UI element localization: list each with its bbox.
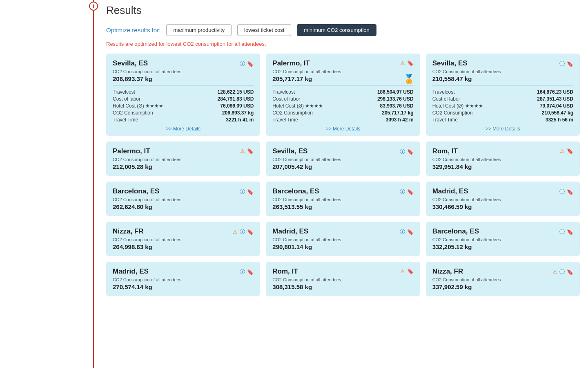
card-value: 332,205.12 kg — [432, 243, 573, 250]
info-icon[interactable]: ⓘ — [559, 60, 565, 67]
card-title: Sevilla, ES — [113, 59, 148, 67]
btn-min-co2[interactable]: minimum CO2 consumption — [297, 24, 376, 36]
bookmark-icon[interactable]: 🔖 — [247, 61, 254, 67]
card-icons: ⓘ 🔖 — [240, 60, 254, 67]
detail-key: Travel Time — [272, 117, 298, 123]
detail-key: Hotel Cost (Ø) ★★★★ — [432, 103, 483, 109]
warning-icon[interactable]: ⚠ — [560, 148, 565, 154]
cards-grid-row2: Palermo, IT ⚠ 🔖 CO2 Consumption of all a… — [106, 141, 580, 176]
card-value: 212,005.28 kg — [113, 163, 254, 170]
card-title: Madrid, ES — [432, 187, 468, 195]
card-value: 263,513.55 kg — [272, 203, 413, 210]
card-label: CO2 Consumption of all attendees — [432, 197, 573, 202]
warning-icon[interactable]: ⚠ — [400, 60, 405, 66]
warning-icon[interactable]: ⚠ — [233, 229, 238, 235]
card-icons: ⚠ ⓘ 🔖 — [233, 228, 254, 236]
warning-icon[interactable]: ⚠ — [552, 269, 557, 275]
bookmark-icon[interactable]: 🔖 — [407, 60, 414, 66]
bookmark-icon[interactable]: 🔖 — [567, 189, 573, 195]
warning-icon[interactable]: ⚠ — [240, 148, 245, 154]
bookmark-icon[interactable]: 🔖 — [407, 268, 414, 274]
cards-grid-row4: Nizza, FR ⚠ ⓘ 🔖 CO2 Consumption of all a… — [106, 222, 580, 256]
card-label: CO2 Consumption of all attendees — [432, 69, 573, 74]
detail-val: 287,351.43 USD — [537, 96, 573, 102]
card-icons: ⓘ 🔖 — [559, 188, 573, 195]
bookmark-icon[interactable]: 🔖 — [247, 189, 254, 195]
more-details-link[interactable]: >> More Details — [432, 126, 573, 132]
card-nizza-2: Nizza, FR ⚠ ⓘ 🔖 CO2 Consumption of all a… — [426, 262, 580, 296]
card-details: Travelcost128,622.15 USD Cost of labor28… — [113, 85, 254, 123]
card-title: Sevilla, ES — [432, 59, 468, 67]
bookmark-icon[interactable]: 🔖 — [247, 269, 254, 275]
card-label: CO2 Consumption of all attendees — [113, 157, 254, 162]
bookmark-icon[interactable]: 🔖 — [407, 149, 414, 155]
card-label: CO2 Consumption of all attendees — [272, 197, 413, 202]
card-icons: ⓘ 🔖 — [240, 188, 254, 195]
card-title: Barcelona, ES — [272, 187, 319, 195]
card-value: 329,951.84 kg — [432, 163, 573, 170]
card-title: Madrid, ES — [272, 227, 308, 236]
card-label: CO2 Consumption of all attendees — [272, 237, 413, 242]
detail-val: 186,504.97 USD — [377, 89, 414, 95]
card-rom-1: Rom, IT ⚠ 🔖 CO2 Consumption of all atten… — [426, 141, 580, 176]
detail-val: 164,876.23 USD — [537, 89, 573, 95]
info-icon[interactable]: ⓘ — [400, 228, 405, 236]
detail-val: 79,074.04 USD — [540, 103, 573, 109]
bookmark-icon[interactable]: 🔖 — [407, 229, 414, 235]
detail-key: Travel Time — [113, 117, 138, 123]
info-circle-icon: i — [89, 2, 98, 11]
card-palermo-2: Palermo, IT ⚠ 🔖 CO2 Consumption of all a… — [106, 141, 260, 176]
more-details-link[interactable]: >> More Details — [113, 126, 254, 132]
info-icon[interactable]: ⓘ — [240, 188, 245, 195]
card-icons: ⓘ 🔖 — [559, 60, 573, 67]
detail-key: Cost of labor — [272, 96, 300, 102]
bookmark-icon[interactable]: 🔖 — [247, 229, 254, 235]
warning-icon[interactable]: ⚠ — [400, 268, 405, 274]
card-sevilla-1: Sevilla, ES ⓘ 🔖 CO2 Consumption of all a… — [106, 54, 260, 136]
info-icon[interactable]: ⓘ — [559, 268, 565, 276]
info-icon[interactable]: ⓘ — [559, 228, 565, 236]
bookmark-icon[interactable]: 🔖 — [567, 229, 573, 235]
info-icon[interactable]: ⓘ — [240, 60, 245, 67]
detail-key: Travel Time — [432, 117, 458, 123]
card-nizza-1: Nizza, FR ⚠ ⓘ 🔖 CO2 Consumption of all a… — [106, 222, 260, 256]
card-icons: ⚠ 🔖 — [240, 148, 254, 154]
card-title: Madrid, ES — [113, 267, 149, 276]
detail-val: 128,622.15 USD — [218, 89, 254, 95]
info-icon[interactable]: ⓘ — [240, 228, 245, 236]
detail-val: 284,791.83 USD — [218, 96, 254, 102]
info-icon[interactable]: ⓘ — [400, 148, 405, 155]
card-label: CO2 Consumption of all attendees — [113, 69, 254, 74]
bookmark-icon[interactable]: 🔖 — [567, 61, 573, 67]
bookmark-icon[interactable]: 🔖 — [407, 189, 414, 195]
more-details-link[interactable]: >> More Details — [272, 126, 413, 132]
bookmark-icon[interactable]: 🔖 — [247, 148, 254, 154]
card-icons: ⓘ 🔖 — [400, 188, 414, 195]
card-value: 264,998.63 kg — [113, 243, 254, 250]
detail-val: 3221 h 41 m — [226, 117, 254, 123]
info-icon[interactable]: ⓘ — [559, 188, 565, 195]
card-barcelona-2: Barcelona, ES ⓘ 🔖 CO2 Consumption of all… — [266, 182, 420, 216]
detail-key: Hotel Cost (Ø) ★★★★ — [272, 103, 323, 109]
card-madrid-2: Madrid, ES ⓘ 🔖 CO2 Consumption of all at… — [266, 222, 420, 256]
bookmark-icon[interactable]: 🔖 — [567, 148, 573, 154]
card-details: Travelcost186,504.97 USD Cost of labor29… — [272, 85, 413, 123]
info-icon[interactable]: ⓘ — [240, 268, 245, 276]
card-icons: ⓘ 🔖 — [400, 148, 414, 155]
detail-key: CO2 Consumption — [272, 110, 313, 116]
card-title: Rom, IT — [432, 147, 458, 155]
btn-lowest-ticket-cost[interactable]: lowest ticket cost — [237, 24, 291, 36]
detail-val: 83,993.76 USD — [380, 103, 414, 109]
detail-val: 3325 h 56 m — [546, 117, 573, 123]
card-title: Sevilla, ES — [272, 147, 307, 155]
optimize-row: Optimize results for: maximum productivi… — [106, 24, 580, 36]
card-title: Rom, IT — [272, 267, 298, 276]
info-icon[interactable]: ⓘ — [400, 188, 405, 195]
btn-max-productivity[interactable]: maximum productivity — [166, 24, 232, 36]
main-content: Results Optimize results for: maximum pr… — [94, 0, 588, 368]
card-value: 290,801.14 kg — [272, 243, 413, 250]
card-title: Nizza, FR — [432, 267, 463, 276]
detail-val: 210,558.47 kg — [542, 110, 573, 116]
card-title: Palermo, IT — [272, 59, 310, 67]
bookmark-icon[interactable]: 🔖 — [567, 269, 573, 275]
